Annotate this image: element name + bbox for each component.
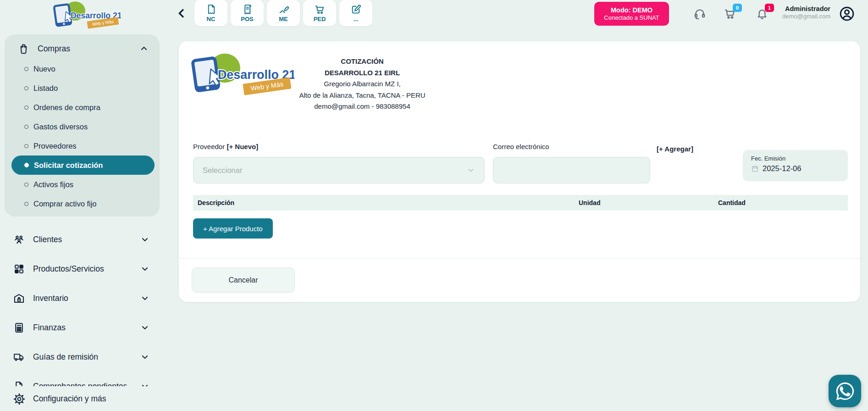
sidebar-item-label: Compras — [38, 44, 70, 54]
cancel-button[interactable]: Cancelar — [192, 267, 295, 293]
column-header-cantidad: Cantidad — [718, 199, 848, 206]
company-address-line1: Gregorio Albarracin MZ I, — [293, 78, 431, 90]
proveedor-new-link[interactable]: [+ Nuevo] — [227, 143, 258, 150]
bullet-icon — [24, 106, 28, 110]
signature-icon — [278, 4, 289, 15]
calendar-icon — [751, 165, 759, 172]
chevron-down-icon — [140, 264, 149, 273]
company-address-line2: Alto de la Alianza, Tacna, TACNA - PERU — [293, 90, 431, 101]
column-header-unidad: Unidad — [579, 199, 718, 206]
support-button[interactable] — [693, 7, 706, 20]
whatsapp-button[interactable] — [829, 375, 861, 407]
correo-label: Correo electrónico — [493, 143, 549, 150]
sidebar: Compras Nuevo Listado Ordenes de compra … — [0, 28, 160, 411]
sidebar-item-proveedores[interactable]: Proveedores — [11, 136, 155, 156]
gear-icon — [13, 393, 25, 405]
column-header-descripcion: Descripción — [193, 199, 579, 206]
topbar: Desarrollo 21 Web y Más NC POS ME — [0, 0, 868, 28]
nav-button-label: ... — [354, 16, 359, 22]
app-root: Desarrollo 21 Web y Más NC POS ME — [0, 0, 868, 411]
nav-button-me[interactable]: ME — [267, 0, 300, 26]
warehouse-icon — [13, 292, 25, 305]
chevron-up-icon — [139, 44, 149, 53]
chevron-down-icon — [467, 166, 475, 174]
nav-button-label: PED — [314, 16, 326, 22]
bullet-icon — [24, 163, 29, 167]
demo-mode-badge[interactable]: Modo: DEMO Conectado a SUNAT — [594, 2, 669, 26]
sidebar-item-listado[interactable]: Listado — [11, 78, 155, 98]
company-logo: Desarrollo 21 Web y Más — [184, 51, 294, 95]
brand-logo[interactable]: Desarrollo 21 Web y Más — [49, 0, 121, 29]
demo-mode-line1: Modo: DEMO — [611, 6, 652, 14]
proveedor-select[interactable]: Seleccionar — [193, 157, 485, 183]
cart-button[interactable]: 0 — [724, 7, 736, 20]
avatar-icon — [839, 6, 855, 22]
bullet-icon — [24, 183, 28, 187]
nav-button-ped[interactable]: PED — [303, 0, 336, 26]
users-icon — [13, 233, 25, 246]
fecha-emision-label: Fec. Emisión — [751, 155, 848, 162]
user-menu-button[interactable] — [839, 6, 855, 22]
company-info-block: COTIZACIÓN DESARROLLO 21 EIRL Gregorio A… — [293, 56, 431, 112]
items-table-header: Descripción Unidad Cantidad — [193, 195, 848, 211]
nav-button-label: ME — [279, 16, 288, 22]
bullet-icon — [24, 125, 28, 129]
add-product-button[interactable]: + Agregar Producto — [193, 218, 273, 239]
company-contact: demo@gmail.com - 983088954 — [293, 101, 431, 112]
chevron-down-icon — [140, 352, 149, 361]
user-role: Administrador — [782, 5, 830, 12]
sidebar-item-compras[interactable]: Compras — [5, 38, 160, 59]
sidebar-collapse-icon[interactable] — [175, 7, 188, 20]
chevron-down-icon — [140, 235, 149, 244]
sidebar-item-inventario[interactable]: Inventario — [0, 283, 160, 313]
chevron-down-icon — [140, 323, 149, 332]
sidebar-item-finanzas[interactable]: Finanzas — [0, 313, 160, 342]
calculator-icon — [13, 322, 25, 334]
document-type: COTIZACIÓN — [293, 56, 431, 67]
sidebar-item-guias-de-remision[interactable]: Guías de remisión — [0, 342, 160, 372]
nav-button-label: NC — [207, 16, 216, 22]
proveedor-select-placeholder: Seleccionar — [203, 166, 242, 175]
headset-icon — [693, 7, 706, 20]
grid-icon — [13, 263, 25, 275]
bullet-icon — [24, 144, 28, 148]
proveedor-label: Proveedor [+ Nuevo] — [193, 143, 258, 150]
correo-input[interactable] — [493, 157, 650, 183]
quotation-form-card: Desarrollo 21 Web y Más COTIZACIÓN DESAR… — [179, 41, 860, 302]
edit-icon — [350, 4, 362, 15]
sidebar-item-comprar-activo-fijo[interactable]: Comprar activo fijo — [11, 194, 155, 213]
quick-nav: NC POS ME PED ... — [194, 0, 372, 26]
demo-mode-line2: Conectado a SUNAT — [604, 14, 659, 21]
notifications-button[interactable]: 1 — [756, 7, 768, 20]
fecha-emision-field[interactable]: Fec. Emisión 2025-12-06 — [743, 150, 848, 181]
bullet-icon — [24, 86, 28, 90]
sidebar-item-configuracion[interactable]: Configuración y más — [0, 386, 160, 411]
card-divider — [179, 258, 860, 259]
sidebar-item-ordenes-de-compra[interactable]: Ordenes de compra — [11, 98, 155, 117]
note-icon — [205, 4, 217, 15]
shopping-bag-icon — [17, 43, 30, 55]
cart-icon — [314, 4, 326, 15]
nav-button-label: POS — [241, 16, 253, 22]
nav-button-nc[interactable]: NC — [194, 0, 227, 26]
sidebar-item-solicitar-cotizacion[interactable]: Solicitar cotización — [11, 156, 155, 175]
sidebar-item-nuevo[interactable]: Nuevo — [11, 59, 155, 78]
nav-button-more[interactable]: ... — [339, 0, 372, 26]
sidebar-item-activos-fijos[interactable]: Activos fijos — [11, 175, 155, 194]
receipt-icon — [242, 4, 253, 15]
fecha-emision-value: 2025-12-06 — [763, 164, 801, 173]
sidebar-sections: Clientes Productos/Servicios Inventario … — [0, 225, 160, 401]
whatsapp-icon — [835, 381, 856, 402]
bullet-icon — [24, 202, 28, 206]
agregar-correo-link[interactable]: [+ Agregar] — [657, 145, 693, 153]
cart-count-badge: 0 — [733, 4, 742, 12]
sidebar-item-gastos-diversos[interactable]: Gastos diversos — [11, 117, 155, 136]
notification-count-badge: 1 — [765, 4, 774, 12]
user-email: demo@gmail.com — [782, 13, 830, 20]
sidebar-item-productos-servicios[interactable]: Productos/Servicios — [0, 254, 160, 283]
sidebar-group-compras: Compras Nuevo Listado Ordenes de compra … — [5, 34, 160, 217]
user-info: Administrador demo@gmail.com — [782, 5, 830, 20]
nav-button-pos[interactable]: POS — [231, 0, 264, 26]
sidebar-item-clientes[interactable]: Clientes — [0, 225, 160, 254]
truck-icon — [13, 351, 25, 363]
